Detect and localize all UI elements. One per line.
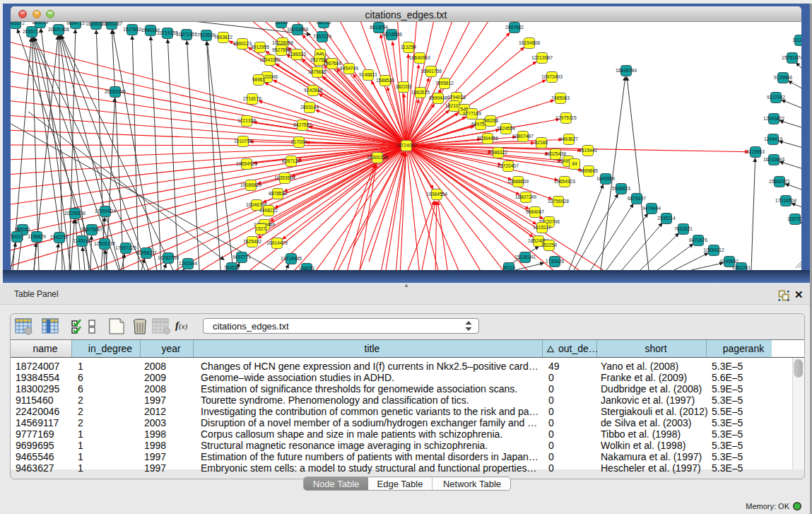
svg-text:2967608: 2967608 — [323, 61, 341, 66]
svg-text:8960123: 8960123 — [233, 41, 252, 46]
svg-text:8454749: 8454749 — [340, 66, 358, 71]
svg-text:17957225: 17957225 — [115, 245, 136, 250]
svg-text:10807487: 10807487 — [512, 134, 534, 139]
svg-text:10688609: 10688609 — [507, 179, 529, 184]
svg-text:3824554: 3824554 — [497, 126, 515, 131]
svg-text:19384554: 19384554 — [426, 192, 447, 197]
svg-text:116753: 116753 — [787, 216, 801, 221]
svg-text:8912955: 8912955 — [251, 45, 269, 49]
svg-text:2803144: 2803144 — [300, 105, 319, 110]
svg-text:18300295: 18300295 — [367, 155, 388, 160]
svg-text:1615112: 1615112 — [533, 225, 551, 230]
svg-text:15751074: 15751074 — [782, 55, 801, 60]
svg-text:10756928: 10756928 — [548, 199, 569, 204]
svg-text:9242848: 9242848 — [304, 88, 322, 93]
svg-text:3215953: 3215953 — [746, 149, 765, 154]
svg-text:960111: 960111 — [316, 22, 331, 25]
svg-text:16914479: 16914479 — [266, 240, 288, 245]
svg-text:19654923: 19654923 — [554, 179, 575, 184]
svg-text:18935: 18935 — [275, 22, 288, 25]
svg-text:7986322: 7986322 — [489, 150, 507, 155]
svg-text:10655267: 10655267 — [101, 22, 122, 26]
svg-text:2055714: 2055714 — [23, 29, 41, 34]
svg-text:15136141: 15136141 — [514, 255, 536, 259]
svg-text:9245652: 9245652 — [720, 259, 739, 264]
svg-text:9515440: 9515440 — [579, 148, 597, 153]
svg-text:98961: 98961 — [252, 77, 266, 82]
svg-text:2942757: 2942757 — [50, 235, 69, 240]
svg-text:9362261: 9362261 — [732, 265, 751, 270]
svg-text:8186323: 8186323 — [288, 52, 306, 57]
svg-text:7485063: 7485063 — [551, 95, 570, 100]
svg-text:8267130: 8267130 — [282, 158, 300, 163]
svg-text:9463627: 9463627 — [560, 136, 578, 141]
svg-text:19218506: 19218506 — [381, 32, 402, 37]
svg-text:889019: 889019 — [33, 22, 49, 25]
svg-text:16154808: 16154808 — [519, 40, 540, 45]
svg-text:20691406: 20691406 — [48, 27, 69, 32]
svg-text:9146821: 9146821 — [359, 72, 377, 77]
svg-text:2935114: 2935114 — [657, 216, 676, 221]
svg-text:2718176: 2718176 — [243, 96, 261, 101]
svg-text:9777169: 9777169 — [463, 111, 481, 116]
svg-text:198051: 198051 — [299, 266, 315, 270]
svg-text:9474444: 9474444 — [642, 206, 661, 211]
svg-text:10671355: 10671355 — [176, 32, 197, 37]
svg-text:15692971: 15692971 — [769, 179, 790, 184]
svg-text:16782759: 16782759 — [158, 255, 179, 260]
svg-text:5938923: 5938923 — [612, 186, 630, 191]
svg-text:8878532: 8878532 — [269, 191, 287, 196]
svg-text:84: 84 — [572, 161, 577, 166]
svg-text:12093822: 12093822 — [763, 116, 784, 121]
svg-text:9084067: 9084067 — [526, 209, 544, 214]
svg-text:16543382: 16543382 — [259, 57, 281, 62]
svg-text:764521: 764521 — [224, 265, 240, 270]
svg-text:6794028: 6794028 — [447, 95, 466, 100]
svg-text:12213967: 12213967 — [531, 55, 553, 60]
svg-text:39119: 39119 — [11, 234, 23, 239]
svg-text:19654923: 19654923 — [236, 161, 257, 166]
svg-text:7357224: 7357224 — [313, 34, 331, 39]
svg-text:7515526: 7515526 — [197, 33, 216, 37]
svg-text:16210643: 16210643 — [763, 157, 784, 162]
svg-text:1156829: 1156829 — [28, 234, 46, 239]
svg-text:18807249: 18807249 — [515, 194, 536, 199]
svg-text:15720407: 15720407 — [498, 163, 519, 168]
svg-text:62160: 62160 — [535, 140, 548, 145]
svg-text:1640954: 1640954 — [596, 176, 615, 181]
svg-text:1527: 1527 — [256, 226, 266, 231]
svg-text:382203: 382203 — [396, 84, 412, 89]
svg-text:18724007: 18724007 — [396, 143, 417, 148]
svg-text:1292344: 1292344 — [179, 261, 197, 266]
svg-text:9227342: 9227342 — [767, 95, 785, 100]
svg-text:9129966: 9129966 — [774, 75, 792, 80]
svg-text:7632621: 7632621 — [674, 226, 693, 231]
svg-text:2087682: 2087682 — [505, 25, 524, 30]
svg-text:3875685: 3875685 — [308, 69, 326, 74]
svg-text:252254: 252254 — [541, 243, 558, 247]
svg-text:7955812: 7955812 — [435, 81, 454, 86]
svg-text:20206536: 20206536 — [64, 211, 86, 216]
svg-text:1221338: 1221338 — [237, 118, 256, 123]
svg-text:217004: 217004 — [291, 139, 307, 144]
svg-text:12975115: 12975115 — [555, 115, 577, 120]
svg-text:1588520: 1588520 — [376, 78, 394, 83]
svg-text:11353594: 11353594 — [274, 175, 295, 180]
svg-text:1145194: 1145194 — [73, 238, 91, 243]
svg-text:8990448: 8990448 — [429, 95, 447, 100]
svg-text:7663822: 7663822 — [214, 35, 233, 40]
svg-text:10719155: 10719155 — [157, 30, 178, 35]
svg-text:746266: 746266 — [483, 118, 499, 123]
svg-text:10958117: 10958117 — [136, 250, 157, 255]
svg-text:10025438: 10025438 — [545, 151, 566, 156]
svg-text:1010755: 1010755 — [234, 139, 252, 144]
svg-text:8813054: 8813054 — [370, 25, 388, 30]
svg-text:17359924: 17359924 — [95, 209, 116, 214]
svg-text:1362615: 1362615 — [411, 90, 430, 95]
svg-text:1733426: 1733426 — [546, 259, 564, 264]
svg-text:6879197: 6879197 — [628, 196, 646, 201]
svg-text:1527602: 1527602 — [123, 27, 141, 32]
svg-text:16961758: 16961758 — [420, 69, 442, 74]
svg-text:8427552: 8427552 — [293, 122, 312, 127]
svg-text:16033809: 16033809 — [287, 27, 308, 32]
